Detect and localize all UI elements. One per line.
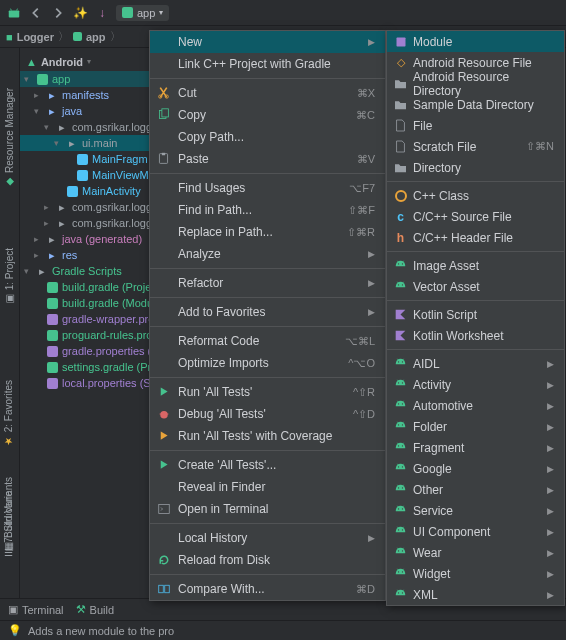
- menu-separator: [150, 78, 385, 79]
- menu-item[interactable]: Copy Path...: [150, 126, 385, 148]
- menu-item[interactable]: Replace in Path...⇧⌘R: [150, 221, 385, 243]
- menu-item[interactable]: Module: [387, 31, 564, 52]
- menu-item[interactable]: Run 'All Tests'^⇧R: [150, 381, 385, 403]
- run-config-dropdown[interactable]: app ▾: [116, 5, 169, 21]
- menu-item[interactable]: Local History▶: [150, 527, 385, 549]
- submenu-arrow-icon: ▶: [547, 485, 554, 495]
- breadcrumb-root[interactable]: Logger: [17, 31, 54, 43]
- tree-item[interactable]: local.properties (SD: [20, 375, 169, 391]
- menu-item[interactable]: Activity▶: [387, 374, 564, 395]
- menu-item[interactable]: Find Usages⌥F7: [150, 177, 385, 199]
- menu-item[interactable]: UI Component▶: [387, 521, 564, 542]
- menu-item[interactable]: Fragment▶: [387, 437, 564, 458]
- menu-item[interactable]: Find in Path...⇧⌘F: [150, 199, 385, 221]
- menu-item[interactable]: Scratch File⇧⌘N: [387, 136, 564, 157]
- menu-item[interactable]: Kotlin Worksheet: [387, 325, 564, 346]
- menu-item[interactable]: Compare With...⌘D: [150, 578, 385, 600]
- tree-item[interactable]: MainViewM: [20, 167, 169, 183]
- menu-item[interactable]: Add to Favorites▶: [150, 301, 385, 323]
- menu-item[interactable]: Sample Data Directory: [387, 94, 564, 115]
- menu-item[interactable]: Folder▶: [387, 416, 564, 437]
- menu-item[interactable]: Analyze▶: [150, 243, 385, 265]
- sync-icon[interactable]: ↓: [94, 5, 110, 21]
- tree-item[interactable]: ▸java (generated): [20, 231, 169, 247]
- tab-project[interactable]: ▣ 1: Project: [4, 248, 15, 305]
- tree-item[interactable]: MainActivity: [20, 183, 169, 199]
- svg-point-37: [398, 424, 399, 425]
- tree-node-icon: [47, 330, 58, 341]
- menu-item[interactable]: Reveal in Finder: [150, 476, 385, 498]
- menu-item[interactable]: Kotlin Script: [387, 304, 564, 325]
- tree-header[interactable]: ▲ Android ▾ ⚙: [20, 52, 169, 71]
- menu-item[interactable]: Vector Asset: [387, 276, 564, 297]
- menu-item[interactable]: Wear▶: [387, 542, 564, 563]
- tree-item[interactable]: settings.gradle (Pro: [20, 359, 169, 375]
- menu-item-label: Fragment: [413, 441, 464, 455]
- menu-item[interactable]: Image Asset: [387, 255, 564, 276]
- menu-item[interactable]: AIDL▶: [387, 353, 564, 374]
- android-icon: ▲: [26, 56, 37, 68]
- menu-item[interactable]: File: [387, 115, 564, 136]
- menu-item[interactable]: Google▶: [387, 458, 564, 479]
- tree-item[interactable]: ▸java: [20, 103, 169, 119]
- menu-item[interactable]: Cut⌘X: [150, 82, 385, 104]
- tab-favorites[interactable]: ★ 2: Favorites: [3, 380, 14, 447]
- menu-item[interactable]: hC/C++ Header File: [387, 227, 564, 248]
- menu-item[interactable]: Paste⌘V: [150, 148, 385, 170]
- tree-item[interactable]: ▸manifests: [20, 87, 169, 103]
- tree-item[interactable]: gradle-wrapper.pro: [20, 311, 169, 327]
- tab-build[interactable]: ⚒ Build: [76, 603, 114, 616]
- play-icon: [156, 428, 171, 443]
- tree-item[interactable]: build.gradle (Modu: [20, 295, 169, 311]
- tree-item[interactable]: proguard-rules.pro: [20, 327, 169, 343]
- tree-item[interactable]: build.gradle (Projec: [20, 279, 169, 295]
- menu-item[interactable]: Directory: [387, 157, 564, 178]
- menu-item[interactable]: Automotive▶: [387, 395, 564, 416]
- tree-item[interactable]: ▸com.gsrikar.logg: [20, 215, 169, 231]
- android-icon: [393, 566, 408, 581]
- menu-item[interactable]: Open in Terminal: [150, 498, 385, 520]
- tree-node-label: gradle.properties (P: [62, 345, 159, 357]
- menu-item[interactable]: Copy⌘C: [150, 104, 385, 126]
- tree-item[interactable]: MainFragm: [20, 151, 169, 167]
- tree-item[interactable]: ▸com.gsrikar.logg: [20, 119, 169, 135]
- tree-item[interactable]: app: [20, 71, 169, 87]
- android-icon: [393, 279, 408, 294]
- menu-item[interactable]: Create 'All Tests'...: [150, 454, 385, 476]
- menu-item[interactable]: Android Resource Directory: [387, 73, 564, 94]
- wand-icon[interactable]: ✨: [72, 5, 88, 21]
- menu-item[interactable]: Debug 'All Tests'^⇧D: [150, 403, 385, 425]
- tab-resource-manager[interactable]: ◆ Resource Manager: [4, 88, 15, 188]
- tab-build-variants[interactable]: ▦ Build Variants: [3, 477, 14, 553]
- tree-item[interactable]: ▸ui.main: [20, 135, 169, 151]
- menu-item[interactable]: C++ Class: [387, 185, 564, 206]
- forward-icon[interactable]: [50, 5, 66, 21]
- tree-item[interactable]: ▸Gradle Scripts: [20, 263, 169, 279]
- menu-item[interactable]: Run 'All Tests' with Coverage: [150, 425, 385, 447]
- tree-node-label: com.gsrikar.logg: [72, 121, 152, 133]
- tree-item[interactable]: ▸com.gsrikar.logg: [20, 199, 169, 215]
- menu-item[interactable]: cC/C++ Source File: [387, 206, 564, 227]
- menu-item[interactable]: Refactor▶: [150, 272, 385, 294]
- menu-item[interactable]: New▶: [150, 31, 385, 53]
- tree-node-icon: [77, 154, 88, 165]
- breadcrumb-app[interactable]: app: [86, 31, 106, 43]
- back-icon[interactable]: [28, 5, 44, 21]
- menu-item[interactable]: XML▶: [387, 584, 564, 605]
- tree-item[interactable]: ▸res: [20, 247, 169, 263]
- menu-item[interactable]: Reformat Code⌥⌘L: [150, 330, 385, 352]
- menu-item[interactable]: Service▶: [387, 500, 564, 521]
- menu-item-label: Activity: [413, 378, 451, 392]
- submenu-arrow-icon: ▶: [368, 307, 375, 317]
- menu-item-label: UI Component: [413, 525, 490, 539]
- menu-item[interactable]: Other▶: [387, 479, 564, 500]
- tab-terminal[interactable]: ▣ Terminal: [8, 603, 64, 616]
- menu-item[interactable]: Widget▶: [387, 563, 564, 584]
- menu-item[interactable]: Optimize Imports^⌥O: [150, 352, 385, 374]
- menu-item[interactable]: Link C++ Project with Gradle: [150, 53, 385, 75]
- menu-item-label: Compare With...: [178, 582, 265, 596]
- menu-item[interactable]: Reload from Disk: [150, 549, 385, 571]
- folder-icon: ▸: [66, 137, 78, 149]
- tree-node-icon: [77, 170, 88, 181]
- tree-item[interactable]: gradle.properties (P: [20, 343, 169, 359]
